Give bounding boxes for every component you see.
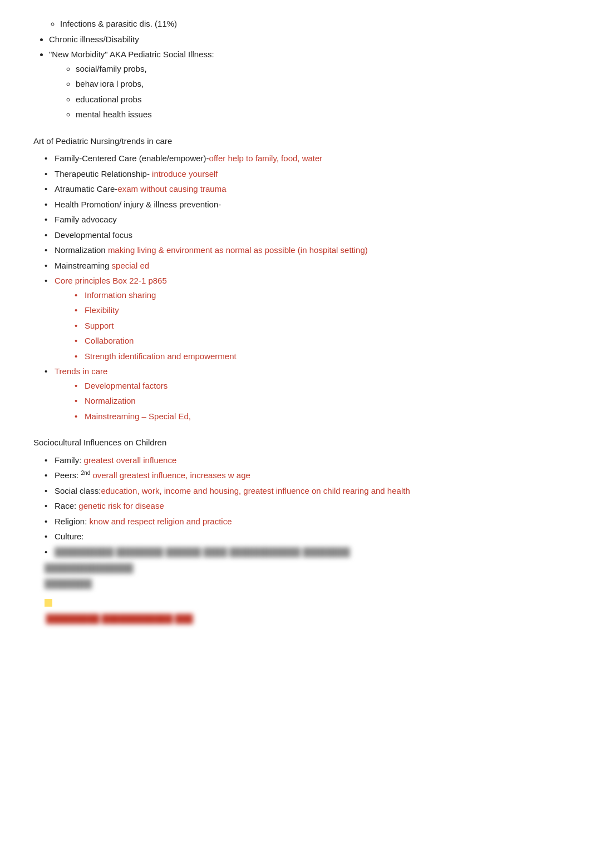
sociocultural-section: Sociocultural Influences on Children Fam…: [33, 435, 558, 626]
religion-item: Religion: know and respect religion and …: [45, 514, 558, 529]
list-item: Mainstreaming – Special Ed,: [75, 409, 558, 424]
red-highlight-line: █████████ ████████████ ███: [45, 612, 558, 626]
family-item: Family: greatest overall influence: [45, 453, 558, 468]
core-principles-item: Core principles Box 22-1 p865 Informatio…: [45, 274, 558, 363]
list-item: educational probs: [76, 92, 558, 107]
list-item: Atraumatic Care-exam without causing tra…: [45, 182, 558, 196]
sociocultural-title: Sociocultural Influences on Children: [33, 435, 558, 450]
disc-list-top: Chronic illness/Disability "New Morbidit…: [33, 32, 558, 122]
highlight-area: [45, 595, 558, 609]
art-list: Family-Centered Care (enable/empower)-of…: [33, 151, 558, 423]
culture-item: Culture:: [45, 529, 558, 544]
list-item: Mainstreaming special ed: [45, 259, 558, 273]
social-class-item: Social class:education, work, income and…: [45, 484, 558, 498]
list-item: social/family probs,: [76, 62, 558, 76]
list-item: Infections & parasitic dis. (11%): [60, 17, 558, 31]
trends-care-item: Trends in care Developmental factors Nor…: [45, 364, 558, 423]
list-item: "New Morbidity" AKA Pediatric Social Ill…: [49, 47, 558, 122]
list-item: Normalization: [75, 394, 558, 408]
blurred-item-1: ██████████ ████████ ██████ ████ ████████…: [45, 545, 558, 559]
art-section-title: Art of Pediatric Nursing/trends in care: [33, 134, 558, 148]
blurred-line-1: ███████████████: [45, 561, 558, 576]
list-item: behav iora l probs,: [76, 77, 558, 91]
list-item: Support: [75, 319, 558, 333]
list-item: Flexibility: [75, 303, 558, 318]
list-item: mental health issues: [76, 107, 558, 122]
list-item: Family-Centered Care (enable/empower)-of…: [45, 151, 558, 166]
circle-list: Infections & parasitic dis. (11%): [33, 17, 558, 31]
trends-care-sublist: Developmental factors Normalization Main…: [55, 379, 558, 424]
list-item: Developmental factors: [75, 379, 558, 393]
list-item: Information sharing: [75, 288, 558, 302]
list-item: Family advocacy: [45, 212, 558, 227]
list-item: Chronic illness/Disability: [49, 32, 558, 47]
peers-item: Peers: 2nd overall greatest influence, i…: [45, 468, 558, 483]
list-item: Developmental focus: [45, 228, 558, 242]
core-principles-sublist: Information sharing Flexibility Support …: [55, 288, 558, 364]
sociocultural-list: Family: greatest overall influence Peers…: [33, 453, 558, 559]
list-item: Health Promotion/ injury & illness preve…: [45, 197, 558, 212]
list-item: Strength identification and empowerment: [75, 349, 558, 364]
new-morbidity-sublist: social/family probs, behav iora l probs,…: [49, 62, 558, 122]
list-item: Therapeutic Relationship- introduce your…: [45, 167, 558, 181]
blurred-lines: ███████████████ ████████: [45, 561, 558, 591]
highlight-icon: [45, 599, 52, 607]
blurred-line-2: ████████: [45, 577, 558, 591]
list-item: Collaboration: [75, 334, 558, 348]
list-item: Normalization making living & environmen…: [45, 243, 558, 257]
race-item: Race: genetic risk for disease: [45, 499, 558, 513]
art-section: Art of Pediatric Nursing/trends in care …: [33, 134, 558, 424]
